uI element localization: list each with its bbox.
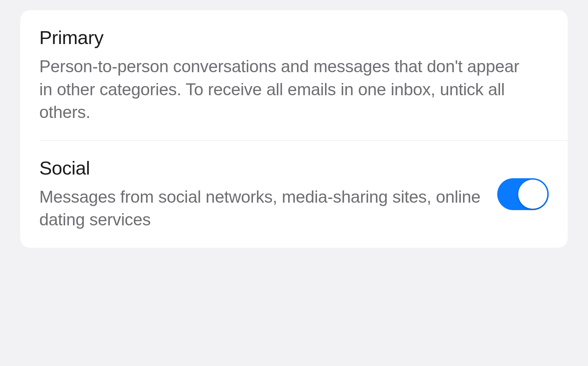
category-title: Primary xyxy=(39,26,535,48)
category-description: Messages from social networks, media-sha… xyxy=(39,186,484,231)
category-row-primary: Primary Person-to-person conversations a… xyxy=(20,10,568,140)
category-title: Social xyxy=(39,157,484,179)
category-row-social: Social Messages from social networks, me… xyxy=(20,141,568,248)
category-text: Social Messages from social networks, me… xyxy=(39,157,497,231)
social-toggle[interactable] xyxy=(497,178,549,210)
category-description: Person-to-person conversations and messa… xyxy=(39,55,535,124)
category-text: Primary Person-to-person conversations a… xyxy=(39,26,549,124)
toggle-knob xyxy=(518,180,547,209)
inbox-categories-card: Primary Person-to-person conversations a… xyxy=(20,10,568,248)
